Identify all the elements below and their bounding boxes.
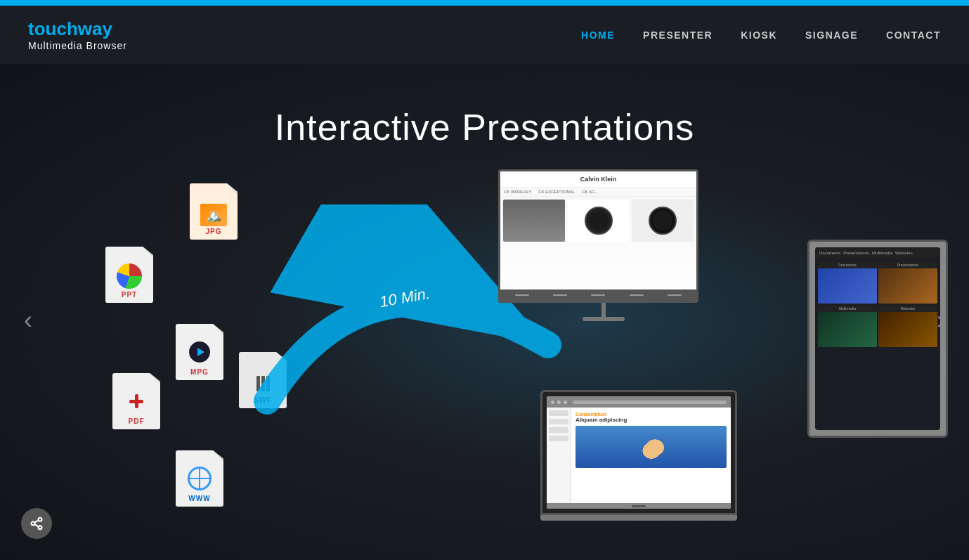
logo-subtitle: Multimedia Browser xyxy=(28,40,127,51)
laptop-mockup: Consectetuer Aliquam adipiscing xyxy=(540,390,737,521)
laptop-headline: Consectetuer xyxy=(575,412,727,417)
top-accent-bar xyxy=(0,0,969,6)
nav-item-contact[interactable]: CONTACT xyxy=(886,30,941,41)
main-nav: HOME PRESENTER KIOSK SIGNAGE CONTACT xyxy=(581,30,941,41)
hero-section: Interactive Presentations ‹ › PPT 🏔️ JPG xyxy=(0,64,969,560)
illustration-area: PPT 🏔️ JPG MPG xyxy=(0,162,969,560)
nav-item-home[interactable]: HOME xyxy=(581,30,615,41)
nav-item-kiosk[interactable]: KIOSK xyxy=(741,30,777,41)
logo-text: touchway xyxy=(28,18,127,40)
pdf-file-icon: PDF xyxy=(112,373,160,429)
monitor-mockup: Calvin Klein CK WORLDLY CK EXCEPTIONAL C… xyxy=(498,169,709,321)
svg-line-5 xyxy=(34,520,39,522)
header: touchway Multimedia Browser HOME PRESENT… xyxy=(0,6,969,64)
nav-item-signage[interactable]: SIGNAGE xyxy=(805,30,858,41)
logo-brand-part1: touch xyxy=(28,18,78,39)
laptop-body-text: Aliquam adipiscing xyxy=(575,417,727,423)
logo-brand-part2: way xyxy=(78,18,112,39)
ck-brand: Calvin Klein xyxy=(500,171,696,188)
devices-group: Calvin Klein CK WORLDLY CK EXCEPTIONAL C… xyxy=(498,169,948,535)
nav-item-presenter[interactable]: PRESENTER xyxy=(643,30,713,41)
share-icon xyxy=(30,516,44,530)
ppt-file-icon: PPT xyxy=(105,247,153,303)
carousel-next-button[interactable]: › xyxy=(927,299,955,341)
hero-title: Interactive Presentations xyxy=(275,106,694,148)
carousel-prev-button[interactable]: ‹ xyxy=(14,299,42,341)
logo[interactable]: touchway Multimedia Browser xyxy=(28,18,127,51)
share-button[interactable] xyxy=(21,508,52,539)
svg-line-4 xyxy=(34,524,39,526)
mpg-file-icon: MPG xyxy=(176,324,223,380)
www-file-icon: WWW xyxy=(176,450,223,507)
